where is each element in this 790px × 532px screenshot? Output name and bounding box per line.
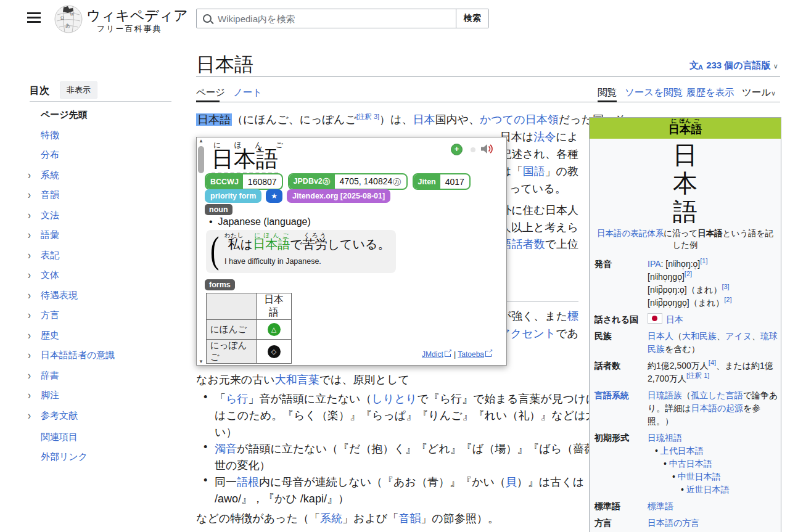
scroll-up-icon[interactable]: ▲ [197, 138, 205, 144]
early-form-item: • 中世日本語 [648, 470, 780, 483]
toc-title: 目次 [30, 84, 49, 97]
forms-tag: forms [205, 279, 235, 290]
toc-item-hogen[interactable]: 方言 [41, 309, 59, 321]
list-bullet: • [204, 441, 207, 454]
toc-item-jisho[interactable]: 辞書 [41, 370, 59, 382]
term-headword: 日本語 [212, 146, 278, 174]
toc-item-kyakuchu[interactable]: 脚注 [41, 390, 59, 401]
toc-item-tokucho[interactable]: 特徴 [41, 129, 59, 141]
scrollbar-thumb[interactable] [198, 146, 204, 173]
chevron-right-icon[interactable]: › [28, 268, 31, 280]
table-row: 日本語 [207, 293, 292, 320]
language-selector[interactable]: 文A 233 個の言語版 ∨ [689, 60, 778, 72]
table-row: にほんご △ [207, 320, 292, 340]
jmdict-link[interactable]: JMdict [422, 350, 443, 359]
speaker-icon[interactable] [480, 143, 494, 157]
chevron-right-icon[interactable]: › [28, 388, 31, 401]
example-sentence-box: ( 私わたしは日本語にほんごで苦労くろうしている。 I have difficu… [206, 230, 396, 273]
frequency-tag: BCCWJ 160807 [205, 173, 283, 190]
forms-table: 日本語 にほんご △ にっぽんご ◇ [206, 293, 292, 364]
early-form-item: • 上代日本語 [648, 444, 780, 457]
tatoeba-link[interactable]: Tatoeba [458, 350, 484, 359]
toc-item-sanko[interactable]: 参考文献 [41, 410, 78, 422]
toc-item-onin[interactable]: 音韻 [41, 189, 59, 201]
form-cell: △ [257, 320, 292, 340]
toc-item-rekishi[interactable]: 歴史 [41, 330, 59, 342]
dictionary-source-tag: Jitendex.org [2025-08-01] [287, 189, 390, 203]
infobox-caption: 日本語の表記体系に沿って日本語という語を記した例 [590, 226, 781, 256]
chevron-right-icon[interactable]: › [28, 248, 31, 261]
infobox-row-ethnicity: 民族 日本人（大和民族、アイヌ、琉球民族を含む） [590, 328, 781, 358]
empty-header-cell [207, 293, 257, 320]
chevron-right-icon[interactable]: › [28, 168, 31, 181]
table-row: にっぽんご ◇ [207, 340, 292, 364]
search-bar[interactable]: 検索 [196, 9, 489, 28]
toc-item-kanren[interactable]: 関連項目 [41, 432, 78, 443]
svg-text:W: W [70, 12, 75, 17]
toc-item-bunpu[interactable]: 分布 [41, 149, 59, 161]
toc-item-goi[interactable]: 語彙 [41, 229, 59, 241]
chevron-right-icon[interactable]: › [28, 208, 31, 221]
article-line: アクセントであ [499, 325, 578, 342]
toc-item-bunpo[interactable]: 文法 [41, 210, 59, 221]
infobox-title: 日に本ほん語ご [590, 118, 781, 139]
tab-history[interactable]: 履歴を表示 [686, 86, 734, 99]
chevron-down-icon: ∨ [773, 62, 778, 70]
list-item-line: はこのため。『らく（楽）』『らっぱ』『りんご』『れい（礼）』などは大和言葉でな [215, 407, 652, 424]
article-line: なお元来の古い大和言葉では、原則として [196, 372, 409, 388]
toc-item-taigu[interactable]: 待遇表現 [41, 290, 78, 301]
infobox-row-country: 話される国 日本 [590, 311, 781, 328]
chevron-right-icon[interactable]: › [28, 409, 31, 421]
example-bracket: ( [210, 228, 219, 272]
toc-item-keito[interactable]: 系統 [41, 170, 59, 181]
infobox-row-family: 言語系統 日琉語族（孤立した言語で論争あり。詳細は日本語の起源を参照。） [590, 387, 781, 430]
toc-item-gaibu[interactable]: 外部リンク [41, 451, 88, 463]
toc-item-hyoki[interactable]: 表記 [41, 250, 59, 261]
chevron-right-icon[interactable]: › [28, 329, 31, 341]
chevron-right-icon[interactable]: › [28, 308, 31, 321]
toc-item-ishiki[interactable]: 日本語話者の意識 [41, 350, 115, 361]
frequency-tag: Jiten 4017 [413, 173, 471, 190]
definition-text: • Japanese (language) [209, 216, 311, 227]
forms-column-header: 日本語 [257, 293, 292, 320]
infobox-row-pronunciation: 発音 IPA: [nʲiho̜ŋ:o̜][1] [nʲiho̜ŋgo̜][2] … [590, 256, 781, 311]
tab-view-source[interactable]: ソースを閲覧 [625, 86, 683, 99]
dictionary-popup: に ほ ん ご 日本語 + ▲ ▼ BCCWJ 160807 JPDBv2㋕ 4… [196, 137, 507, 366]
wikipedia-logo[interactable]: Ω W あ [53, 4, 84, 37]
infobox-row-standard: 標準語 標準語 [590, 498, 781, 515]
ipa-line: [nʲiho̜ŋgo̜][2] [648, 271, 780, 284]
language-count[interactable]: 233 個の言語版 [706, 60, 771, 70]
list-bullet: • [204, 391, 207, 404]
example-japanese: 私わたしは日本語にほんごで苦労くろうしている。 [224, 232, 390, 253]
common-form-icon: △ [268, 323, 281, 336]
main-menu-button[interactable] [27, 12, 41, 23]
chevron-down-icon[interactable]: ∨ [771, 89, 776, 97]
external-link-icon [445, 351, 451, 357]
toc-item-top[interactable]: ページ先頭 [41, 109, 88, 121]
form-reading: にっぽんご [207, 340, 257, 364]
search-button[interactable]: 検索 [456, 9, 488, 28]
search-input[interactable] [216, 13, 456, 25]
list-item-line: 同一語根内に母音が連続しない（『あお（青）』『かい（貝）』は古くは『あを [215, 474, 618, 491]
chevron-right-icon[interactable]: › [28, 348, 31, 361]
add-note-icon[interactable]: + [451, 144, 463, 155]
tab-page[interactable]: ページ [196, 86, 225, 99]
article-line: っている。 [509, 181, 566, 197]
tab-tools[interactable]: ツール [742, 86, 771, 99]
page-title: 日本語 [196, 52, 253, 78]
hamburger-icon [27, 12, 41, 14]
toc-hide-button[interactable]: 非表示 [60, 81, 97, 99]
scroll-down-icon[interactable]: ▼ [197, 359, 205, 364]
tab-read[interactable]: 閲覧 [598, 86, 617, 99]
site-title[interactable]: ウィキペディア [86, 6, 188, 25]
toc-item-buntai[interactable]: 文体 [41, 269, 59, 281]
chevron-right-icon[interactable]: › [28, 228, 31, 240]
frequency-tag: JPDBv2㋕ 4705, 140824㋕ [288, 173, 408, 190]
form-cell: ◇ [257, 340, 292, 364]
chevron-right-icon[interactable]: › [28, 289, 31, 301]
chevron-right-icon[interactable]: › [28, 188, 31, 200]
tab-talk[interactable]: ノート [233, 86, 262, 99]
list-item-line: い） [215, 424, 237, 441]
japan-flag-icon [648, 313, 662, 324]
chevron-right-icon[interactable]: › [28, 369, 31, 381]
